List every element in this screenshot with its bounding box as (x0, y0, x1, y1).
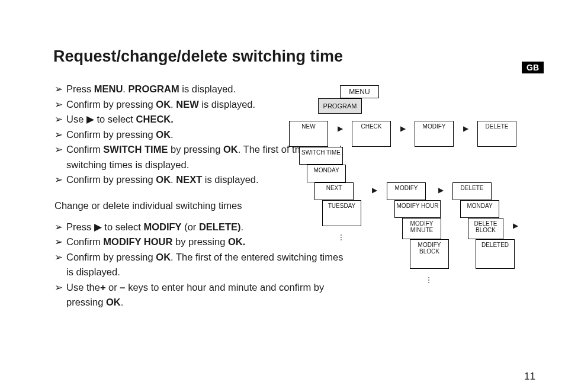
diagram-box-program: PROGRAM (318, 98, 362, 114)
diagram-box-delete2: DELETE (452, 182, 492, 200)
dots-icon: ⋯ (425, 277, 433, 284)
diagram-box-switch-time: SWITCH TIME (299, 147, 343, 165)
arrow-right-icon: ▶ (338, 124, 343, 133)
dots-icon: ⋯ (337, 234, 345, 241)
diagram-box-delete: DELETE (477, 121, 516, 147)
diagram-box-modify-block: MODIFY BLOCK (410, 239, 449, 269)
page-number: 11 (524, 371, 535, 383)
diagram-box-modify-hour: MODIFY HOUR (394, 200, 441, 218)
diagram-box-delete-block: DELETE BLOCK (468, 218, 503, 239)
diagram-box-menu: MENU (340, 85, 379, 98)
bullet-marker: ➢ (54, 127, 66, 143)
bullet-marker: ➢ (54, 142, 66, 158)
bullet-marker: ➢ (54, 280, 66, 295)
diagram-box-modify: MODIFY (415, 121, 454, 147)
arrow-right-icon: ▶ (438, 186, 444, 194)
diagram-box-monday2: MONDAY (460, 200, 499, 218)
menu-flow-diagram: MENU PROGRAM NEW CHECK MODIFY DELETE ▶ ▶… (289, 85, 544, 304)
bullet-marker: ➢ (54, 250, 66, 265)
diagram-box-modify2: MODIFY (387, 182, 426, 200)
bullet-marker: ➢ (54, 82, 66, 97)
bullet-marker: ➢ (54, 97, 66, 113)
bullet-marker: ➢ (54, 220, 66, 235)
diagram-box-new: NEW (289, 121, 328, 147)
diagram-box-modify-minute: MODIFY MINUTE (402, 218, 441, 239)
arrow-right-icon: ▶ (400, 124, 406, 133)
diagram-box-check: CHECK (352, 121, 391, 147)
bullet-marker: ➢ (54, 234, 66, 250)
bullet-marker: ➢ (54, 112, 66, 127)
arrow-right-icon: ▶ (463, 124, 468, 133)
diagram-box-monday: MONDAY (307, 165, 346, 182)
bullet-marker: ➢ (54, 172, 66, 188)
language-badge: GB (522, 62, 544, 73)
diagram-box-next: NEXT (314, 182, 354, 200)
page-title: Request/change/delete switching time (53, 47, 343, 66)
arrow-right-icon: ▶ (513, 221, 518, 230)
diagram-box-deleted: DELETED (476, 239, 515, 269)
diagram-box-tuesday: TUESDAY (322, 200, 361, 226)
arrow-right-icon: ▶ (372, 186, 377, 194)
